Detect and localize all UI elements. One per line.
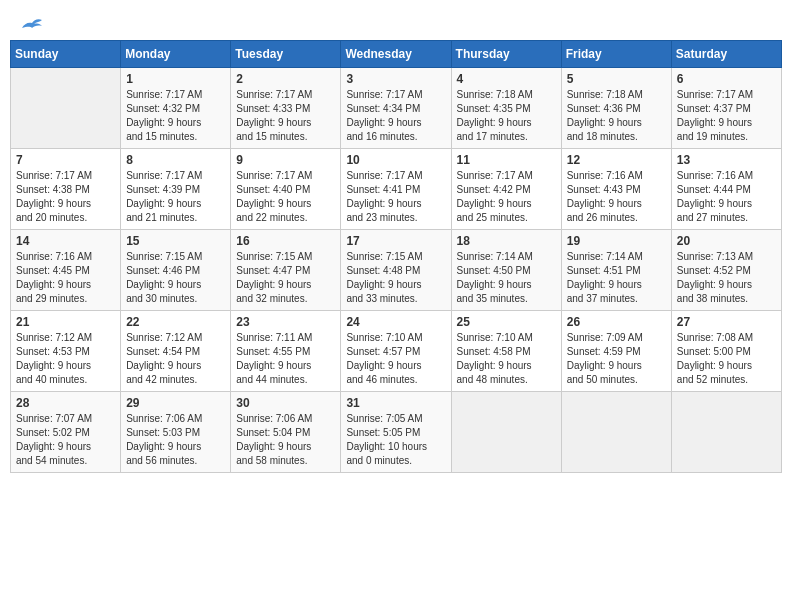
calendar-day-cell: 7Sunrise: 7:17 AM Sunset: 4:38 PM Daylig…	[11, 149, 121, 230]
calendar-day-cell: 23Sunrise: 7:11 AM Sunset: 4:55 PM Dayli…	[231, 311, 341, 392]
day-info: Sunrise: 7:17 AM Sunset: 4:40 PM Dayligh…	[236, 169, 335, 225]
calendar-week-row: 21Sunrise: 7:12 AM Sunset: 4:53 PM Dayli…	[11, 311, 782, 392]
day-info: Sunrise: 7:18 AM Sunset: 4:36 PM Dayligh…	[567, 88, 666, 144]
day-info: Sunrise: 7:12 AM Sunset: 4:53 PM Dayligh…	[16, 331, 115, 387]
calendar-day-cell: 2Sunrise: 7:17 AM Sunset: 4:33 PM Daylig…	[231, 68, 341, 149]
calendar-day-cell: 4Sunrise: 7:18 AM Sunset: 4:35 PM Daylig…	[451, 68, 561, 149]
calendar-day-cell	[671, 392, 781, 473]
day-info: Sunrise: 7:09 AM Sunset: 4:59 PM Dayligh…	[567, 331, 666, 387]
logo	[18, 14, 44, 32]
calendar-day-cell: 11Sunrise: 7:17 AM Sunset: 4:42 PM Dayli…	[451, 149, 561, 230]
day-info: Sunrise: 7:17 AM Sunset: 4:39 PM Dayligh…	[126, 169, 225, 225]
weekday-header-cell: Thursday	[451, 41, 561, 68]
day-info: Sunrise: 7:08 AM Sunset: 5:00 PM Dayligh…	[677, 331, 776, 387]
day-info: Sunrise: 7:12 AM Sunset: 4:54 PM Dayligh…	[126, 331, 225, 387]
weekday-header-cell: Wednesday	[341, 41, 451, 68]
day-info: Sunrise: 7:14 AM Sunset: 4:51 PM Dayligh…	[567, 250, 666, 306]
calendar-week-row: 14Sunrise: 7:16 AM Sunset: 4:45 PM Dayli…	[11, 230, 782, 311]
calendar-day-cell: 19Sunrise: 7:14 AM Sunset: 4:51 PM Dayli…	[561, 230, 671, 311]
day-number: 13	[677, 153, 776, 167]
day-number: 10	[346, 153, 445, 167]
page-header	[10, 10, 782, 36]
day-number: 7	[16, 153, 115, 167]
day-number: 14	[16, 234, 115, 248]
day-info: Sunrise: 7:17 AM Sunset: 4:42 PM Dayligh…	[457, 169, 556, 225]
calendar-day-cell: 26Sunrise: 7:09 AM Sunset: 4:59 PM Dayli…	[561, 311, 671, 392]
calendar-day-cell: 16Sunrise: 7:15 AM Sunset: 4:47 PM Dayli…	[231, 230, 341, 311]
day-info: Sunrise: 7:16 AM Sunset: 4:45 PM Dayligh…	[16, 250, 115, 306]
calendar-day-cell: 14Sunrise: 7:16 AM Sunset: 4:45 PM Dayli…	[11, 230, 121, 311]
calendar-day-cell: 10Sunrise: 7:17 AM Sunset: 4:41 PM Dayli…	[341, 149, 451, 230]
weekday-header-cell: Friday	[561, 41, 671, 68]
calendar-day-cell: 24Sunrise: 7:10 AM Sunset: 4:57 PM Dayli…	[341, 311, 451, 392]
calendar-day-cell: 25Sunrise: 7:10 AM Sunset: 4:58 PM Dayli…	[451, 311, 561, 392]
day-info: Sunrise: 7:07 AM Sunset: 5:02 PM Dayligh…	[16, 412, 115, 468]
calendar-week-row: 28Sunrise: 7:07 AM Sunset: 5:02 PM Dayli…	[11, 392, 782, 473]
calendar-day-cell: 12Sunrise: 7:16 AM Sunset: 4:43 PM Dayli…	[561, 149, 671, 230]
day-number: 29	[126, 396, 225, 410]
weekday-header-cell: Tuesday	[231, 41, 341, 68]
calendar-body: 1Sunrise: 7:17 AM Sunset: 4:32 PM Daylig…	[11, 68, 782, 473]
day-number: 4	[457, 72, 556, 86]
day-number: 18	[457, 234, 556, 248]
calendar-day-cell: 17Sunrise: 7:15 AM Sunset: 4:48 PM Dayli…	[341, 230, 451, 311]
day-number: 19	[567, 234, 666, 248]
day-info: Sunrise: 7:17 AM Sunset: 4:33 PM Dayligh…	[236, 88, 335, 144]
calendar-day-cell: 21Sunrise: 7:12 AM Sunset: 4:53 PM Dayli…	[11, 311, 121, 392]
calendar-day-cell: 22Sunrise: 7:12 AM Sunset: 4:54 PM Dayli…	[121, 311, 231, 392]
day-number: 6	[677, 72, 776, 86]
day-number: 24	[346, 315, 445, 329]
day-info: Sunrise: 7:17 AM Sunset: 4:32 PM Dayligh…	[126, 88, 225, 144]
day-number: 21	[16, 315, 115, 329]
day-number: 3	[346, 72, 445, 86]
day-number: 23	[236, 315, 335, 329]
day-number: 31	[346, 396, 445, 410]
day-info: Sunrise: 7:18 AM Sunset: 4:35 PM Dayligh…	[457, 88, 556, 144]
day-number: 15	[126, 234, 225, 248]
day-info: Sunrise: 7:17 AM Sunset: 4:38 PM Dayligh…	[16, 169, 115, 225]
weekday-header-row: SundayMondayTuesdayWednesdayThursdayFrid…	[11, 41, 782, 68]
calendar-day-cell: 5Sunrise: 7:18 AM Sunset: 4:36 PM Daylig…	[561, 68, 671, 149]
calendar-day-cell	[561, 392, 671, 473]
day-number: 2	[236, 72, 335, 86]
calendar-day-cell: 30Sunrise: 7:06 AM Sunset: 5:04 PM Dayli…	[231, 392, 341, 473]
calendar-day-cell: 9Sunrise: 7:17 AM Sunset: 4:40 PM Daylig…	[231, 149, 341, 230]
weekday-header-cell: Sunday	[11, 41, 121, 68]
calendar-day-cell: 29Sunrise: 7:06 AM Sunset: 5:03 PM Dayli…	[121, 392, 231, 473]
day-number: 11	[457, 153, 556, 167]
day-info: Sunrise: 7:06 AM Sunset: 5:03 PM Dayligh…	[126, 412, 225, 468]
calendar-week-row: 1Sunrise: 7:17 AM Sunset: 4:32 PM Daylig…	[11, 68, 782, 149]
calendar-day-cell	[11, 68, 121, 149]
day-number: 27	[677, 315, 776, 329]
day-number: 16	[236, 234, 335, 248]
day-number: 9	[236, 153, 335, 167]
calendar-day-cell: 31Sunrise: 7:05 AM Sunset: 5:05 PM Dayli…	[341, 392, 451, 473]
day-number: 5	[567, 72, 666, 86]
calendar-day-cell: 27Sunrise: 7:08 AM Sunset: 5:00 PM Dayli…	[671, 311, 781, 392]
calendar-day-cell: 15Sunrise: 7:15 AM Sunset: 4:46 PM Dayli…	[121, 230, 231, 311]
calendar-day-cell: 13Sunrise: 7:16 AM Sunset: 4:44 PM Dayli…	[671, 149, 781, 230]
day-info: Sunrise: 7:14 AM Sunset: 4:50 PM Dayligh…	[457, 250, 556, 306]
calendar-day-cell: 6Sunrise: 7:17 AM Sunset: 4:37 PM Daylig…	[671, 68, 781, 149]
day-number: 1	[126, 72, 225, 86]
day-info: Sunrise: 7:13 AM Sunset: 4:52 PM Dayligh…	[677, 250, 776, 306]
day-number: 8	[126, 153, 225, 167]
day-info: Sunrise: 7:10 AM Sunset: 4:58 PM Dayligh…	[457, 331, 556, 387]
day-info: Sunrise: 7:10 AM Sunset: 4:57 PM Dayligh…	[346, 331, 445, 387]
day-info: Sunrise: 7:17 AM Sunset: 4:41 PM Dayligh…	[346, 169, 445, 225]
day-info: Sunrise: 7:05 AM Sunset: 5:05 PM Dayligh…	[346, 412, 445, 468]
calendar-table: SundayMondayTuesdayWednesdayThursdayFrid…	[10, 40, 782, 473]
calendar-day-cell	[451, 392, 561, 473]
day-info: Sunrise: 7:17 AM Sunset: 4:34 PM Dayligh…	[346, 88, 445, 144]
day-info: Sunrise: 7:11 AM Sunset: 4:55 PM Dayligh…	[236, 331, 335, 387]
day-number: 26	[567, 315, 666, 329]
calendar-day-cell: 8Sunrise: 7:17 AM Sunset: 4:39 PM Daylig…	[121, 149, 231, 230]
calendar-day-cell: 20Sunrise: 7:13 AM Sunset: 4:52 PM Dayli…	[671, 230, 781, 311]
day-info: Sunrise: 7:06 AM Sunset: 5:04 PM Dayligh…	[236, 412, 335, 468]
day-number: 28	[16, 396, 115, 410]
weekday-header-cell: Saturday	[671, 41, 781, 68]
day-number: 22	[126, 315, 225, 329]
day-number: 30	[236, 396, 335, 410]
day-info: Sunrise: 7:16 AM Sunset: 4:44 PM Dayligh…	[677, 169, 776, 225]
day-number: 12	[567, 153, 666, 167]
